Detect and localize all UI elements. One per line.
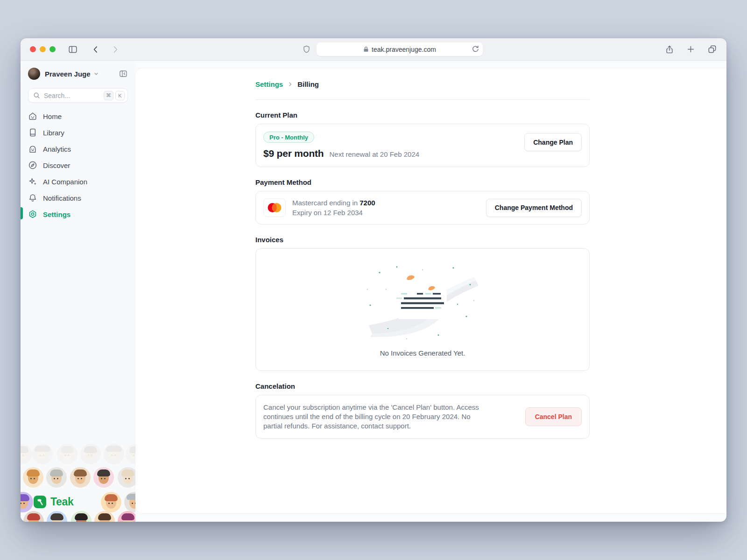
memoji-avatar <box>23 511 44 522</box>
memoji-avatar <box>32 444 53 464</box>
toolbar-sidebar-toggle-icon[interactable] <box>68 44 78 55</box>
sidebar: Teak Praveen Juge <box>21 61 135 522</box>
plan-price: $9 per month <box>263 148 324 159</box>
change-plan-button[interactable]: Change Plan <box>524 133 582 151</box>
k-keycap: K <box>115 91 125 100</box>
toolbar-right <box>665 44 717 54</box>
memoji-avatar <box>93 467 114 488</box>
sidebar-item-label: Notifications <box>43 194 81 202</box>
user-menu[interactable]: Praveen Juge <box>28 67 128 80</box>
no-invoices-message: No Invoices Generated Yet. <box>380 349 465 357</box>
home-icon <box>28 112 37 121</box>
user-name: Praveen Juge <box>45 70 91 78</box>
memoji-avatar <box>23 467 43 488</box>
active-nav-indicator <box>21 207 23 219</box>
window-controls <box>30 46 56 52</box>
search-bar[interactable]: ⌘ K <box>28 88 128 103</box>
sidebar-item-label: Library <box>43 129 64 137</box>
address-bar[interactable]: teak.praveenjuge.com <box>317 42 483 56</box>
window-content: Teak Praveen Juge <box>21 61 726 522</box>
card-expiry-text: Expiry on 12 Feb 2034 <box>292 209 486 217</box>
settings-icon <box>28 210 37 219</box>
desktop-background: teak.praveenjuge.com <box>0 0 747 560</box>
bell-icon <box>28 193 37 203</box>
memoji-avatar <box>94 511 115 522</box>
memoji-avatar <box>124 492 135 512</box>
close-window-button[interactable] <box>30 46 36 52</box>
logo-text: Teak <box>50 496 74 508</box>
invoices-heading: Invoices <box>255 236 590 244</box>
memoji-avatar <box>101 492 121 512</box>
invoices-card: No Invoices Generated Yet. <box>255 248 590 371</box>
minimize-window-button[interactable] <box>40 46 46 52</box>
back-icon[interactable] <box>91 45 100 54</box>
plan-badge: Pro - Monthly <box>263 132 314 143</box>
memoji-avatar <box>46 467 67 488</box>
chevron-right-icon <box>287 81 293 87</box>
breadcrumb: Settings Billing <box>255 78 590 90</box>
memoji-avatar <box>70 467 91 488</box>
sidebar-item-label: Settings <box>43 210 70 218</box>
teak-axe-icon <box>34 496 46 508</box>
plan-renewal: Next renewal at 20 Feb 2024 <box>329 150 419 158</box>
sidebar-item-discover[interactable]: Discover <box>28 158 128 172</box>
memoji-avatar <box>126 444 135 464</box>
memoji-avatar <box>104 444 124 464</box>
search-icon <box>33 92 40 99</box>
main-content: Settings Billing Current Plan Pro - Mont… <box>135 68 726 513</box>
memoji-avatar <box>118 511 135 522</box>
analytics-icon <box>28 144 37 154</box>
cancelation-description: Cancel your subscription anytime via the… <box>263 403 479 431</box>
refresh-icon[interactable] <box>472 45 479 54</box>
current-plan-card: Pro - Monthly $9 per month Next renewal … <box>255 124 590 167</box>
breadcrumb-settings-link[interactable]: Settings <box>255 80 283 88</box>
sidebar-item-label: Analytics <box>43 145 71 153</box>
tab-overview-icon[interactable] <box>707 44 717 54</box>
sidebar-collapse-icon[interactable] <box>119 69 128 78</box>
lock-icon <box>363 46 369 52</box>
sidebar-item-label: Discover <box>43 161 70 169</box>
chevron-down-icon <box>93 71 99 77</box>
sidebar-item-notifications[interactable]: Notifications <box>28 191 128 205</box>
sidebar-item-analytics[interactable]: Analytics <box>28 142 128 156</box>
sidebar-item-library[interactable]: Library <box>28 126 128 140</box>
memoji-avatar <box>80 444 101 464</box>
browser-window: teak.praveenjuge.com <box>21 38 726 522</box>
new-tab-icon[interactable] <box>686 45 695 54</box>
change-payment-method-button[interactable]: Change Payment Method <box>486 199 582 217</box>
payment-method-card: Mastercard ending in 7200 Expiry on 12 F… <box>255 191 590 224</box>
toolbar-center: teak.praveenjuge.com <box>120 42 665 56</box>
breadcrumb-current: Billing <box>297 80 319 88</box>
cancel-plan-button[interactable]: Cancel Plan <box>525 407 582 426</box>
memoji-avatar <box>71 511 92 522</box>
empty-invoices-illustration <box>362 262 483 343</box>
sidebar-item-label: AI Companion <box>43 178 87 186</box>
payment-method-heading: Payment Method <box>255 178 590 186</box>
share-icon[interactable] <box>665 45 674 54</box>
current-plan-heading: Current Plan <box>255 111 590 119</box>
sidebar-item-settings[interactable]: Settings <box>28 207 128 221</box>
browser-toolbar: teak.praveenjuge.com <box>21 38 726 61</box>
mastercard-icon <box>263 198 286 217</box>
sidebar-item-label: Home <box>43 112 62 120</box>
privacy-shield-icon[interactable] <box>302 45 311 54</box>
sidebar-nav: Home Library Analytics Discover <box>28 109 128 221</box>
cmd-keycap: ⌘ <box>104 91 113 100</box>
app-logo: Teak <box>34 496 74 508</box>
memoji-avatar <box>21 492 33 512</box>
sidebar-item-home[interactable]: Home <box>28 109 128 123</box>
forward-icon <box>111 45 120 54</box>
memoji-avatar <box>57 444 78 464</box>
memoji-avatar <box>47 511 67 522</box>
sidebar-item-ai-companion[interactable]: AI Companion <box>28 175 128 189</box>
breadcrumb-divider <box>255 99 590 100</box>
zoom-window-button[interactable] <box>49 46 56 52</box>
card-last4: 7200 <box>359 199 375 207</box>
cancelation-card: Cancel your subscription anytime via the… <box>255 395 590 439</box>
search-input[interactable] <box>44 92 104 99</box>
card-ending-text: Mastercard ending in 7200 <box>292 199 486 207</box>
url-text: teak.praveenjuge.com <box>372 46 436 53</box>
cancelation-heading: Cancelation <box>255 382 590 390</box>
sparkles-icon <box>28 177 37 186</box>
memoji-avatar <box>21 444 32 464</box>
